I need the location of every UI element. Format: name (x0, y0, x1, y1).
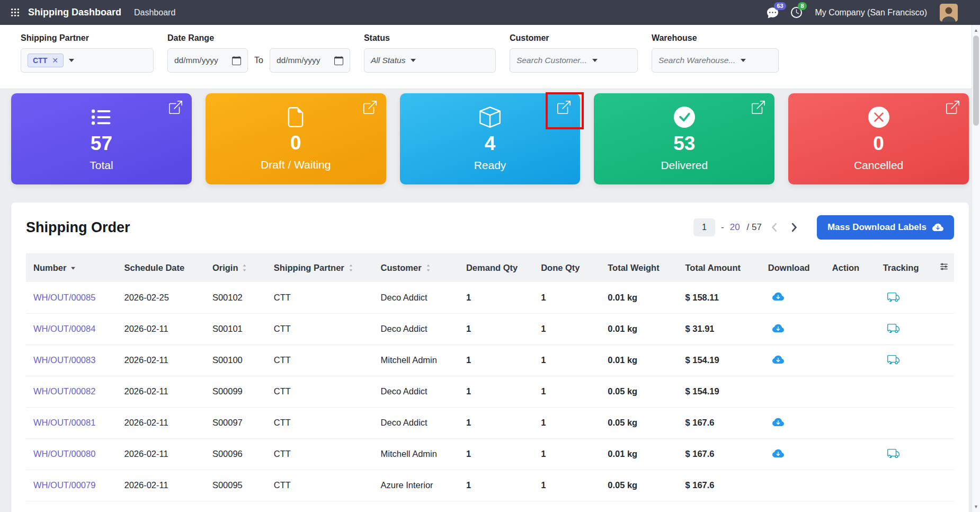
stat-card-total[interactable]: 57 Total (11, 93, 192, 184)
stat-label: Total (90, 159, 113, 172)
remove-tag-icon[interactable]: ✕ (52, 56, 58, 65)
apps-grid-icon[interactable] (11, 8, 20, 17)
origin-cell: S00096 (205, 438, 266, 470)
sort-caret-down-icon (69, 264, 77, 272)
total-weight-cell: 0.05 kg (600, 470, 678, 501)
table-column-options-icon[interactable] (934, 253, 954, 282)
stat-card-draft-waiting[interactable]: 0 Draft / Waiting (206, 93, 386, 184)
table-row: WH/OUT/000792026-02-11S00095CTTAzure Int… (26, 470, 954, 501)
download-label-button[interactable] (771, 290, 785, 304)
stat-value: 57 (91, 134, 112, 153)
tracking-button[interactable] (886, 446, 901, 461)
stat-card-delivered[interactable]: 53 Delivered (594, 93, 774, 184)
order-number-link[interactable]: WH/OUT/00083 (33, 355, 95, 365)
mass-download-labels-button[interactable]: Mass Download Labels (817, 215, 954, 240)
warehouse-select[interactable]: Search Warehouse... (652, 48, 779, 73)
download-label-button[interactable] (771, 353, 785, 367)
total-amount-cell: $ 31.91 (678, 313, 760, 345)
external-link-icon[interactable] (946, 101, 959, 114)
customer-cell: Mitchell Admin (373, 438, 459, 470)
nav-menu-dashboard[interactable]: Dashboard (134, 8, 175, 17)
total-weight-cell: 0.01 kg (600, 438, 678, 470)
tracking-button[interactable] (886, 290, 901, 304)
table-row: WH/OUT/000832026-02-11S00100CTTMitchell … (26, 345, 954, 376)
stat-card-ready[interactable]: 4 Ready (400, 93, 581, 184)
action-cell (825, 345, 876, 376)
chevron-down-icon (411, 59, 416, 62)
origin-cell: S00095 (205, 470, 266, 501)
stat-cards-row: 57 Total 0 Draft / Waiting 4 Ready 53 De… (11, 93, 969, 184)
sort-arrows-icon (348, 264, 354, 272)
external-link-icon[interactable] (363, 101, 377, 114)
pager-previous-icon[interactable] (768, 220, 781, 234)
schedule-date-cell: 2026-02-11 (117, 438, 204, 470)
status-value: All Status (371, 56, 405, 65)
table-row: WH/OUT/000822026-02-11S00099CTTDeco Addi… (26, 376, 954, 407)
demand-qty-cell: 1 (459, 313, 533, 345)
customer-select[interactable]: Search Customer... (510, 48, 638, 73)
download-label-button[interactable] (771, 416, 785, 429)
stat-label: Draft / Waiting (261, 158, 331, 171)
column-header-origin[interactable]: Origin (205, 253, 266, 282)
order-number-link[interactable]: WH/OUT/00081 (33, 418, 95, 427)
table-row: WH/OUT/000812026-02-11S00097CTTDeco Addi… (26, 407, 954, 438)
shipping-partner-select[interactable]: CTT ✕ (21, 48, 154, 73)
app-title[interactable]: Shipping Dashboard (28, 7, 121, 18)
messages-icon[interactable]: 63 (767, 7, 778, 18)
activities-clock-icon[interactable]: 8 (791, 7, 802, 18)
scrollbar-thumb[interactable] (973, 36, 979, 126)
column-header-shipping-partner[interactable]: Shipping Partner (266, 253, 373, 282)
date-to-label: To (254, 56, 263, 65)
avatar[interactable] (940, 4, 958, 22)
done-qty-cell: 1 (533, 438, 600, 470)
status-select[interactable]: All Status (364, 48, 496, 73)
sort-arrows-icon (425, 264, 432, 272)
column-header-customer[interactable]: Customer (373, 253, 459, 282)
shipping-partner-cell: CTT (266, 470, 373, 501)
total-amount-cell: $ 154.19 (678, 345, 760, 376)
action-cell (825, 438, 876, 470)
total-weight-cell: 0.01 kg (600, 313, 678, 345)
column-header-number[interactable]: Number (26, 253, 117, 282)
order-number-link[interactable]: WH/OUT/00082 (33, 386, 95, 396)
tracking-button[interactable] (886, 352, 901, 367)
shipping-partner-tag: CTT ✕ (28, 54, 64, 67)
download-cell (761, 376, 825, 407)
status-filter: Status All Status (364, 33, 496, 73)
date-to-input[interactable]: dd/mm/yyyy (270, 48, 350, 73)
scroll-down-icon[interactable]: ▼ (972, 502, 980, 511)
date-from-placeholder: dd/mm/yyyy (174, 56, 218, 65)
pager-start[interactable]: 1 (693, 218, 715, 236)
download-cell (761, 438, 825, 470)
order-number-link[interactable]: WH/OUT/00079 (33, 480, 95, 490)
external-link-icon[interactable] (169, 101, 182, 114)
action-cell (825, 470, 876, 501)
download-label-button[interactable] (771, 447, 785, 461)
download-label-button[interactable] (771, 322, 785, 336)
external-link-icon[interactable] (557, 101, 571, 114)
tracking-cell (876, 438, 934, 470)
stat-card-cancelled[interactable]: 0 Cancelled (788, 93, 969, 184)
x-circle-icon (868, 107, 889, 128)
pager-dash: - (721, 222, 724, 233)
stat-value: 0 (873, 134, 884, 153)
order-number-link[interactable]: WH/OUT/00080 (33, 449, 95, 458)
tracking-button[interactable] (886, 321, 901, 336)
tracking-cell (876, 376, 934, 407)
scroll-up-icon[interactable]: ▲ (972, 26, 980, 34)
order-number-link[interactable]: WH/OUT/00084 (33, 324, 95, 333)
calendar-icon (232, 56, 241, 65)
stat-label: Ready (474, 159, 506, 172)
external-link-icon[interactable] (752, 101, 765, 114)
warehouse-filter: Warehouse Search Warehouse... (652, 33, 779, 73)
total-amount-cell: $ 167.6 (678, 438, 760, 470)
company-switcher[interactable]: My Company (San Francisco) (815, 8, 927, 17)
demand-qty-cell: 1 (459, 345, 533, 376)
order-number-link[interactable]: WH/OUT/00085 (33, 293, 95, 302)
stat-value: 53 (673, 134, 695, 153)
date-from-input[interactable]: dd/mm/yyyy (167, 48, 248, 73)
customer-label: Customer (510, 33, 638, 43)
column-header-demand-qty: Demand Qty (459, 253, 533, 282)
pager-next-icon[interactable] (787, 220, 801, 234)
column-header-total-amount: Total Amount (678, 253, 760, 282)
